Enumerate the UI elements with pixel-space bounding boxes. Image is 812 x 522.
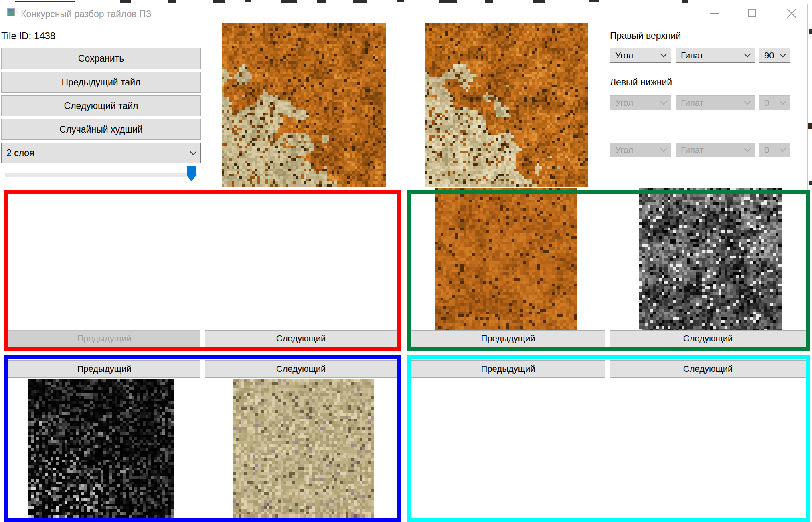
chevron-down-icon: [660, 98, 667, 105]
green-prev-button[interactable]: Предыдущий: [411, 330, 605, 347]
chevron-down-icon: [660, 145, 667, 152]
blue-next-button[interactable]: Следующий: [205, 360, 397, 378]
value-combo-3-value: 0: [764, 145, 769, 155]
red-quadrant-frame: [4, 190, 401, 351]
red-next-button[interactable]: Следующий: [205, 330, 397, 347]
cyan-next-button[interactable]: Следующий: [610, 360, 806, 378]
main-tile-image-left: [222, 23, 386, 187]
hypat-combo-2[interactable]: Гипат: [676, 95, 755, 110]
blue-quadrant-image-right: [233, 379, 374, 518]
angle-combo-1-value: Угол: [615, 50, 633, 61]
chevron-down-icon: [660, 51, 667, 58]
window-top-border: [0, 4, 812, 4]
close-button[interactable]: [777, 4, 806, 22]
hypat-combo-2-value: Гипат: [681, 98, 704, 108]
red-prev-button[interactable]: Предыдущий: [8, 330, 200, 347]
value-combo-3[interactable]: 0: [759, 143, 790, 157]
window-title: Конкурсный разбор тайлов ПЗ: [21, 9, 151, 20]
layers-combo-value: 2 слоя: [6, 148, 34, 159]
chevron-down-icon: [744, 51, 751, 58]
green-next-button[interactable]: Следующий: [610, 330, 806, 347]
cyan-quadrant-frame: [407, 355, 810, 522]
angle-combo-2-value: Угол: [615, 98, 633, 108]
green-quadrant-image-left: [435, 188, 577, 331]
layers-combo[interactable]: 2 слоя: [1, 143, 201, 163]
next-tile-button[interactable]: Следующий тайл: [1, 95, 201, 116]
window-left-border: [0, 4, 0, 522]
chevron-down-icon: [780, 51, 786, 58]
angle-combo-3-value: Угол: [615, 145, 633, 155]
angle-combo-3[interactable]: Угол: [610, 143, 671, 157]
maximize-icon: [748, 9, 756, 17]
section-label-bottom-left: Левый нижний: [610, 77, 672, 88]
previous-tile-button[interactable]: Предыдущий тайл: [1, 72, 201, 93]
green-quadrant-image-right: [639, 188, 782, 331]
hypat-combo-3[interactable]: Гипат: [676, 143, 755, 157]
angle-combo-2[interactable]: Угол: [610, 95, 671, 110]
random-worst-button[interactable]: Случайный худший: [1, 119, 201, 140]
angle-combo-1[interactable]: Угол: [610, 48, 671, 63]
maximize-button[interactable]: [737, 4, 767, 22]
background-window-right-sliver-lower: [810, 190, 812, 522]
minimize-icon: [710, 13, 719, 14]
value-combo-2-value: 0: [764, 98, 769, 108]
slider-track[interactable]: [5, 173, 197, 177]
chevron-down-icon: [780, 98, 786, 105]
save-button[interactable]: Сохранить: [1, 48, 201, 69]
chevron-down-icon: [780, 145, 786, 152]
hypat-combo-3-value: Гипат: [681, 145, 704, 155]
slider-thumb[interactable]: [187, 166, 196, 181]
close-icon: [786, 8, 797, 18]
blue-quadrant-image-left: [28, 379, 174, 518]
chevron-down-icon: [744, 145, 751, 152]
background-window-right-sliver: [807, 4, 812, 190]
app-icon-page: [15, 8, 18, 14]
app-icon-picture: [7, 8, 15, 16]
value-combo-1[interactable]: 90: [759, 48, 790, 63]
blue-prev-button[interactable]: Предыдущий: [8, 360, 200, 378]
section-label-top-right: Правый верхний: [610, 30, 681, 41]
chevron-down-icon: [744, 98, 751, 105]
hypat-combo-1[interactable]: Гипат: [676, 48, 755, 63]
main-tile-image-right: [425, 23, 588, 187]
tile-id-label: Tile ID: 1438: [1, 30, 55, 42]
hypat-combo-1-value: Гипат: [681, 50, 704, 61]
minimize-button[interactable]: [700, 4, 729, 22]
chevron-down-icon: [190, 148, 197, 155]
cyan-prev-button[interactable]: Предыдущий: [411, 360, 605, 378]
app-icon: [7, 8, 18, 18]
value-combo-2[interactable]: 0: [759, 95, 790, 110]
value-combo-1-value: 90: [764, 50, 774, 61]
layers-slider[interactable]: [1, 165, 201, 183]
background-window-top-sliver: [0, 0, 812, 4]
